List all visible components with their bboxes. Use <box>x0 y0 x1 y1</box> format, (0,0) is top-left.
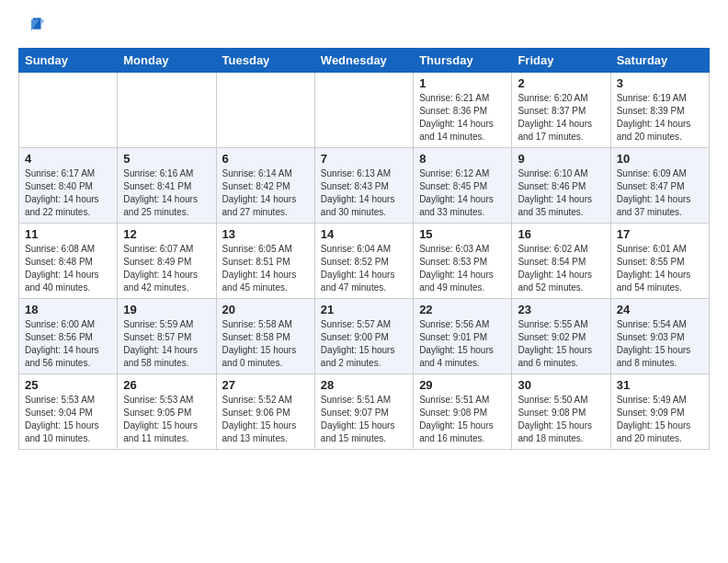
day-cell <box>19 73 118 148</box>
day-info: Sunrise: 5:57 AM Sunset: 9:00 PM Dayligh… <box>321 318 407 370</box>
day-cell: 20Sunrise: 5:58 AM Sunset: 8:58 PM Dayli… <box>216 299 314 374</box>
day-number: 25 <box>25 378 111 392</box>
day-info: Sunrise: 6:14 AM Sunset: 8:42 PM Dayligh… <box>222 167 309 219</box>
day-number: 20 <box>222 303 309 316</box>
day-cell <box>118 73 216 148</box>
day-cell: 28Sunrise: 5:51 AM Sunset: 9:07 PM Dayli… <box>314 374 413 450</box>
day-info: Sunrise: 6:09 AM Sunset: 8:47 PM Dayligh… <box>617 167 703 219</box>
weekday-header-row: SundayMondayTuesdayWednesdayThursdayFrid… <box>19 49 710 73</box>
day-cell: 27Sunrise: 5:52 AM Sunset: 9:06 PM Dayli… <box>216 374 314 450</box>
day-cell <box>216 73 314 148</box>
week-row-5: 25Sunrise: 5:53 AM Sunset: 9:04 PM Dayli… <box>19 374 710 450</box>
day-number: 2 <box>518 76 604 90</box>
day-info: Sunrise: 6:20 AM Sunset: 8:37 PM Dayligh… <box>518 92 604 144</box>
day-info: Sunrise: 6:08 AM Sunset: 8:48 PM Dayligh… <box>25 243 111 294</box>
day-info: Sunrise: 6:13 AM Sunset: 8:43 PM Dayligh… <box>321 167 407 219</box>
page: SundayMondayTuesdayWednesdayThursdayFrid… <box>0 0 728 465</box>
day-number: 17 <box>617 227 703 241</box>
day-info: Sunrise: 6:16 AM Sunset: 8:41 PM Dayligh… <box>123 167 210 219</box>
day-number: 13 <box>222 227 309 241</box>
day-cell <box>314 73 413 148</box>
day-cell: 3Sunrise: 6:19 AM Sunset: 8:39 PM Daylig… <box>610 73 709 148</box>
day-number: 9 <box>518 152 604 166</box>
day-info: Sunrise: 5:50 AM Sunset: 9:08 PM Dayligh… <box>518 394 604 445</box>
day-cell: 25Sunrise: 5:53 AM Sunset: 9:04 PM Dayli… <box>19 374 118 450</box>
day-cell: 6Sunrise: 6:14 AM Sunset: 8:42 PM Daylig… <box>216 148 314 224</box>
day-cell: 13Sunrise: 6:05 AM Sunset: 8:51 PM Dayli… <box>216 224 314 299</box>
day-number: 22 <box>419 303 506 316</box>
day-number: 8 <box>419 152 506 166</box>
day-cell: 18Sunrise: 6:00 AM Sunset: 8:56 PM Dayli… <box>19 299 118 374</box>
day-info: Sunrise: 6:12 AM Sunset: 8:45 PM Dayligh… <box>419 167 506 219</box>
day-info: Sunrise: 6:03 AM Sunset: 8:53 PM Dayligh… <box>419 243 506 294</box>
day-number: 4 <box>25 152 111 166</box>
day-number: 3 <box>617 76 703 90</box>
day-cell: 26Sunrise: 5:53 AM Sunset: 9:05 PM Dayli… <box>118 374 216 450</box>
day-number: 10 <box>617 152 703 166</box>
week-row-3: 11Sunrise: 6:08 AM Sunset: 8:48 PM Dayli… <box>19 224 710 299</box>
day-info: Sunrise: 5:56 AM Sunset: 9:01 PM Dayligh… <box>419 318 506 370</box>
day-info: Sunrise: 6:17 AM Sunset: 8:40 PM Dayligh… <box>25 167 111 219</box>
day-info: Sunrise: 5:53 AM Sunset: 9:04 PM Dayligh… <box>25 394 111 445</box>
day-info: Sunrise: 5:53 AM Sunset: 9:05 PM Dayligh… <box>123 394 210 445</box>
day-number: 5 <box>123 152 210 166</box>
day-number: 19 <box>123 303 210 316</box>
day-cell: 23Sunrise: 5:55 AM Sunset: 9:02 PM Dayli… <box>512 299 610 374</box>
day-cell: 12Sunrise: 6:07 AM Sunset: 8:49 PM Dayli… <box>118 224 216 299</box>
day-number: 12 <box>123 227 210 241</box>
day-info: Sunrise: 5:59 AM Sunset: 8:57 PM Dayligh… <box>123 318 210 370</box>
day-info: Sunrise: 6:02 AM Sunset: 8:54 PM Dayligh… <box>518 243 604 294</box>
day-number: 15 <box>419 227 506 241</box>
day-info: Sunrise: 5:52 AM Sunset: 9:06 PM Dayligh… <box>222 394 309 445</box>
week-row-1: 1Sunrise: 6:21 AM Sunset: 8:36 PM Daylig… <box>19 73 710 148</box>
day-info: Sunrise: 6:21 AM Sunset: 8:36 PM Dayligh… <box>419 92 506 144</box>
day-number: 14 <box>321 227 407 241</box>
day-cell: 22Sunrise: 5:56 AM Sunset: 9:01 PM Dayli… <box>414 299 512 374</box>
week-row-4: 18Sunrise: 6:00 AM Sunset: 8:56 PM Dayli… <box>19 299 710 374</box>
day-info: Sunrise: 5:51 AM Sunset: 9:07 PM Dayligh… <box>321 394 407 445</box>
day-info: Sunrise: 5:58 AM Sunset: 8:58 PM Dayligh… <box>222 318 309 370</box>
day-cell: 17Sunrise: 6:01 AM Sunset: 8:55 PM Dayli… <box>610 224 709 299</box>
day-number: 21 <box>321 303 407 316</box>
day-cell: 2Sunrise: 6:20 AM Sunset: 8:37 PM Daylig… <box>512 73 610 148</box>
day-cell: 24Sunrise: 5:54 AM Sunset: 9:03 PM Dayli… <box>610 299 709 374</box>
day-info: Sunrise: 5:54 AM Sunset: 9:03 PM Dayligh… <box>617 318 703 370</box>
weekday-header-monday: Monday <box>118 49 216 73</box>
day-cell: 7Sunrise: 6:13 AM Sunset: 8:43 PM Daylig… <box>314 148 413 224</box>
day-number: 23 <box>518 303 604 316</box>
day-cell: 11Sunrise: 6:08 AM Sunset: 8:48 PM Dayli… <box>19 224 118 299</box>
day-number: 28 <box>321 378 407 392</box>
day-cell: 30Sunrise: 5:50 AM Sunset: 9:08 PM Dayli… <box>512 374 610 450</box>
logo-icon <box>18 15 44 40</box>
day-info: Sunrise: 6:01 AM Sunset: 8:55 PM Dayligh… <box>617 243 703 294</box>
weekday-header-friday: Friday <box>512 49 610 73</box>
week-row-2: 4Sunrise: 6:17 AM Sunset: 8:40 PM Daylig… <box>19 148 710 224</box>
weekday-header-sunday: Sunday <box>19 49 118 73</box>
weekday-header-wednesday: Wednesday <box>314 49 413 73</box>
day-cell: 16Sunrise: 6:02 AM Sunset: 8:54 PM Dayli… <box>512 224 610 299</box>
day-cell: 10Sunrise: 6:09 AM Sunset: 8:47 PM Dayli… <box>610 148 709 224</box>
weekday-header-thursday: Thursday <box>414 49 512 73</box>
day-info: Sunrise: 6:10 AM Sunset: 8:46 PM Dayligh… <box>518 167 604 219</box>
day-info: Sunrise: 6:19 AM Sunset: 8:39 PM Dayligh… <box>617 92 703 144</box>
day-cell: 5Sunrise: 6:16 AM Sunset: 8:41 PM Daylig… <box>118 148 216 224</box>
day-info: Sunrise: 5:49 AM Sunset: 9:09 PM Dayligh… <box>617 394 703 445</box>
header <box>18 15 710 40</box>
day-cell: 1Sunrise: 6:21 AM Sunset: 8:36 PM Daylig… <box>414 73 512 148</box>
weekday-header-tuesday: Tuesday <box>216 49 314 73</box>
day-number: 31 <box>617 378 703 392</box>
day-cell: 4Sunrise: 6:17 AM Sunset: 8:40 PM Daylig… <box>19 148 118 224</box>
day-number: 1 <box>419 76 506 90</box>
day-number: 6 <box>222 152 309 166</box>
day-number: 26 <box>123 378 210 392</box>
day-cell: 14Sunrise: 6:04 AM Sunset: 8:52 PM Dayli… <box>314 224 413 299</box>
svg-marker-2 <box>41 18 45 25</box>
day-cell: 29Sunrise: 5:51 AM Sunset: 9:08 PM Dayli… <box>414 374 512 450</box>
day-number: 18 <box>25 303 111 316</box>
day-info: Sunrise: 6:05 AM Sunset: 8:51 PM Dayligh… <box>222 243 309 294</box>
day-info: Sunrise: 6:04 AM Sunset: 8:52 PM Dayligh… <box>321 243 407 294</box>
weekday-header-saturday: Saturday <box>610 49 709 73</box>
day-number: 16 <box>518 227 604 241</box>
day-cell: 9Sunrise: 6:10 AM Sunset: 8:46 PM Daylig… <box>512 148 610 224</box>
day-number: 30 <box>518 378 604 392</box>
